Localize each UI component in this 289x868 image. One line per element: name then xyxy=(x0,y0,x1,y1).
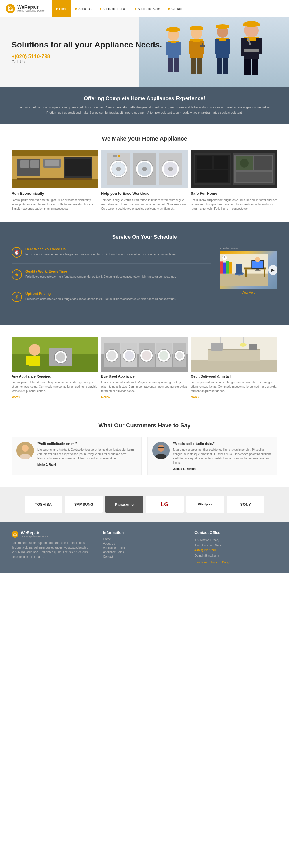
nav-arrow: ▶ xyxy=(75,7,77,10)
svg-point-119 xyxy=(142,351,151,360)
service-item-0: ⏰ Here When You Need Us Ectus libero con… xyxy=(11,247,211,264)
brands-grid: TOSHIBA SAMSUNG Panasonic LG Whirlpool S… xyxy=(11,496,278,513)
svg-point-116 xyxy=(124,351,134,360)
svg-rect-30 xyxy=(216,27,229,28)
service-video-area: TemplateToaster xyxy=(220,247,278,314)
deliver-more-link[interactable]: More» xyxy=(191,396,199,399)
hero-text: Solutions for all your Appliance Needs. … xyxy=(11,40,278,64)
nav-arrow: ▶ xyxy=(169,7,171,10)
footer-logo-icon xyxy=(11,531,19,537)
svg-rect-142 xyxy=(158,447,164,448)
service-section: Service On Your Schedule ⏰ Here When You… xyxy=(0,222,289,325)
svg-point-113 xyxy=(107,351,116,360)
testimonial-content-1: "Mattis sollicitudin duis." Maura nec so… xyxy=(173,442,273,470)
nav-item-about[interactable]: ▶ About Us xyxy=(71,0,95,18)
svg-point-125 xyxy=(176,352,183,359)
svg-rect-129 xyxy=(208,350,260,361)
avatar-0 xyxy=(16,442,34,459)
footer-info-title: Information xyxy=(103,530,186,535)
card-image-buy xyxy=(101,337,188,372)
testimonial-text-1: Maura nec sodales porttitor sed donec li… xyxy=(173,447,273,465)
brand-lg: LG xyxy=(146,496,183,513)
svg-rect-60 xyxy=(118,155,120,157)
svg-rect-12 xyxy=(167,30,180,31)
hero-call: Call Us xyxy=(11,60,278,64)
card-image-repair xyxy=(11,337,98,372)
three-card-deliver-title: Get It Delivered & Install xyxy=(191,374,278,378)
footer-link-sales[interactable]: Appliance Sales xyxy=(103,551,186,554)
svg-point-134 xyxy=(240,343,247,347)
buy-more-link[interactable]: More» xyxy=(101,396,110,399)
nav-item-contact[interactable]: ▶ Contact xyxy=(165,0,186,18)
svg-rect-52 xyxy=(65,159,91,176)
svg-point-64 xyxy=(142,167,147,171)
svg-rect-59 xyxy=(113,155,117,157)
svg-point-1 xyxy=(8,7,9,8)
service-inner: ⏰ Here When You Need Us Ectus libero con… xyxy=(11,247,278,314)
card-image-deliver xyxy=(191,337,278,372)
brands-section: TOSHIBA SAMSUNG Panasonic LG Whirlpool S… xyxy=(0,487,289,522)
svg-point-58 xyxy=(116,167,121,171)
svg-rect-73 xyxy=(214,156,228,169)
service-icon-1: ★ xyxy=(11,269,22,280)
play-button[interactable]: ▶ xyxy=(268,265,278,275)
brand-panasonic: Panasonic xyxy=(106,496,143,513)
testimonial-content-0: "Velit sollicitudin enim." Litora nonumm… xyxy=(37,442,137,470)
nav-links: ▶ Home ▶ About Us ▶ Appliance Repair ▶ A… xyxy=(52,0,186,18)
logo[interactable]: WeRepair Home Appliance Doctor xyxy=(6,4,46,13)
svg-point-68 xyxy=(168,167,173,171)
svg-rect-90 xyxy=(255,270,260,271)
footer-facebook-link[interactable]: Facebook xyxy=(194,561,207,564)
brand-samsung: SAMSUNG xyxy=(65,496,103,513)
video-thumbnail[interactable]: ▶ xyxy=(220,251,278,289)
footer-link-repair[interactable]: Appliance Repair xyxy=(103,546,186,550)
three-card-repair-text: Lorem ipsum dolor sit amet. Magnis nonum… xyxy=(11,380,98,393)
svg-rect-21 xyxy=(190,28,204,30)
footer-link-contact[interactable]: Contact xyxy=(103,555,186,558)
brand-whirlpool: Whirlpool xyxy=(186,496,224,513)
svg-rect-136 xyxy=(249,344,257,350)
testimonial-quote-0: "Velit sollicitudin enim." xyxy=(37,442,137,446)
svg-rect-83 xyxy=(220,274,268,286)
logo-sub: Home Appliance Doctor xyxy=(17,9,45,12)
footer-google-link[interactable]: Google+ xyxy=(222,561,233,564)
brand-sony: SONY xyxy=(227,496,264,513)
svg-rect-85 xyxy=(264,269,265,277)
card-workload: Help you to Ease Workload Tempor ut augu… xyxy=(101,150,188,211)
footer-link-about[interactable]: About Us xyxy=(103,542,186,545)
offering-text: Lacinia amet dictumst suspendisse quam e… xyxy=(17,105,272,115)
footer-contact-title: Contact Office xyxy=(194,530,278,535)
footer-twitter-link[interactable]: Twitter xyxy=(210,561,219,564)
testimonials-section: What Our Customers Have to Say "Velit so… xyxy=(0,410,289,487)
svg-rect-48 xyxy=(30,160,39,167)
hero-phone[interactable]: +(020) 5110-798 xyxy=(11,54,278,60)
svg-rect-80 xyxy=(236,172,272,182)
testimonial-author-1: James L. Yokum xyxy=(173,467,273,470)
footer-link-home[interactable]: Home xyxy=(103,537,186,541)
svg-rect-91 xyxy=(220,261,222,274)
view-more-link[interactable]: View More xyxy=(220,291,278,294)
service-icon-2: $ xyxy=(11,292,22,302)
testimonial-author-0: Maria J. Rand xyxy=(37,463,137,466)
three-card-buy-text: Lorem ipsum dolor sit amet. Magnis nonum… xyxy=(101,380,188,393)
nav-item-repair[interactable]: ▶ Appliance Repair xyxy=(96,0,131,18)
footer-contact-info: 170 Maxwell Road, Thorntons Ford 3xxx +(… xyxy=(194,537,278,558)
svg-point-122 xyxy=(159,351,169,360)
svg-rect-88 xyxy=(252,261,263,268)
testimonials-title: What Our Customers Have to Say xyxy=(11,422,278,429)
nav-item-sales[interactable]: ▶ Appliance Sales xyxy=(131,0,165,18)
three-card-deliver: Get It Delivered & Install Lorem ipsum d… xyxy=(191,337,278,399)
we-make-title: We Make your Home Appliance xyxy=(11,135,278,142)
svg-rect-93 xyxy=(226,261,229,274)
logo-text: WeRepair Home Appliance Doctor xyxy=(17,5,45,12)
repair-more-link[interactable]: More» xyxy=(11,396,20,399)
service-item-content-0: Here When You Need Us Ectus libero conse… xyxy=(26,247,177,257)
service-item-title-0: Here When You Need Us xyxy=(26,247,177,251)
cards-grid: Run Economically Lorem ipsum dolor sit a… xyxy=(11,150,278,211)
svg-rect-89 xyxy=(256,269,259,270)
three-cards-grid: Any Appliance Repaired Lorem ipsum dolor… xyxy=(11,337,278,399)
svg-point-108 xyxy=(56,352,65,362)
nav-item-home[interactable]: ▶ Home xyxy=(52,0,71,18)
footer-logo: WeRepair Home Appliance Doctor xyxy=(11,530,95,538)
card-economical: Run Economically Lorem ipsum dolor sit a… xyxy=(11,150,98,211)
